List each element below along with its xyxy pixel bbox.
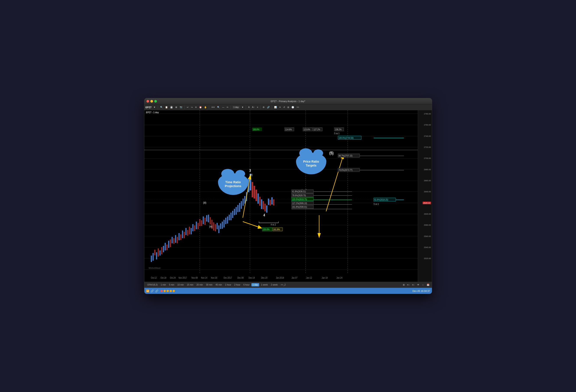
svg-text:Jan-18: Jan-18: [322, 276, 328, 279]
tf-dropdown[interactable]: ▼: [241, 106, 244, 109]
symbol-dropdown[interactable]: ▼: [153, 106, 156, 109]
svg-text:Oct-18: Oct-18: [160, 276, 166, 279]
tf-10min[interactable]: 10 min: [176, 283, 185, 286]
svg-rect-44: [192, 224, 193, 231]
main-window: EPZ7 - Primary Analysis - 1 day* EPZ7 ▼ …: [144, 98, 432, 294]
alarm-btn[interactable]: ⏰: [198, 106, 203, 109]
tf-ofa[interactable]: OFA©(8,3): [146, 283, 159, 286]
svg-rect-58: [216, 223, 218, 229]
tf-45min[interactable]: 45 min: [214, 283, 223, 286]
price-2740: 2740.00: [424, 135, 431, 137]
tf-1day[interactable]: 1 day: [251, 283, 259, 286]
svg-text:(v): (v): [250, 173, 253, 176]
tf-more[interactable]: >>_2: [279, 283, 287, 286]
svg-line-104: [243, 222, 261, 228]
svg-rect-89: [271, 197, 273, 205]
svg-text:(iv): (iv): [209, 225, 212, 228]
more-btn[interactable]: >>: [296, 106, 300, 109]
filter-btn[interactable]: ≡↕: [411, 283, 415, 286]
tf-20min[interactable]: 20 min: [195, 283, 204, 286]
close-button[interactable]: [146, 100, 149, 103]
sort-btn[interactable]: ≡↕: [406, 283, 410, 286]
svg-text:Dec-08: Dec-08: [237, 276, 244, 279]
svg-text:Nov-14: Nov-14: [201, 276, 207, 279]
fit-btn[interactable]: ↔: [421, 283, 425, 286]
line-btn[interactable]: —: [221, 106, 225, 109]
dot-2: [164, 290, 166, 292]
svg-text:127.2%: 127.2%: [313, 128, 320, 131]
tf-15min[interactable]: 15 min: [185, 283, 195, 286]
time-ratio-label: Time RatioProjections: [225, 180, 241, 188]
tf-30min[interactable]: 30 min: [204, 283, 214, 286]
price-axis: 2780.00 2760.00 2740.00 2720.00 2700.00 …: [418, 110, 432, 282]
table-btn[interactable]: ⊞: [287, 106, 290, 109]
save-btn[interactable]: 💾: [169, 106, 173, 109]
cal-btn[interactable]: 📅: [426, 283, 430, 286]
dot-3: [167, 290, 169, 292]
svg-rect-48: [199, 219, 200, 226]
svg-text:5 vs 1: 5 vs 1: [334, 132, 339, 135]
svg-rect-56: [213, 222, 214, 231]
svg-rect-40: [185, 228, 186, 235]
svg-rect-26: [161, 247, 162, 254]
svg-rect-35: [177, 237, 178, 243]
price-2640: 2640.00: [424, 191, 431, 193]
link-btn[interactable]: 🔗: [266, 106, 270, 109]
svg-rect-61: [222, 222, 223, 229]
svg-rect-87: [268, 199, 269, 205]
pen-btn[interactable]: ✏: [226, 106, 229, 109]
bar-chart-btn[interactable]: 📊: [273, 106, 278, 109]
price-2540: 2540.00: [424, 246, 431, 248]
tf-2week[interactable]: 2 week: [270, 283, 279, 286]
svg-rect-24: [158, 248, 159, 257]
tf-1hour[interactable]: 1 hour: [224, 283, 232, 286]
eye-btn[interactable]: 👁: [416, 283, 420, 286]
svg-rect-85: [264, 204, 266, 211]
svg-rect-62: [223, 220, 225, 227]
zoom-btn[interactable]: 🔍: [159, 106, 164, 109]
tf-5min[interactable]: 5 min: [168, 283, 175, 286]
svg-text:100.0%: 100.0%: [253, 128, 259, 131]
minimize-button[interactable]: [150, 100, 153, 103]
wifi-icon: 📶: [146, 289, 149, 293]
zoom-minus-btn[interactable]: 🔍: [216, 106, 221, 109]
redo-btn[interactable]: ↪: [190, 106, 194, 109]
lines-btn[interactable]: ≡: [256, 106, 259, 109]
close-x-btn[interactable]: ✕: [278, 106, 282, 109]
tf-2hour[interactable]: 2 hour: [233, 283, 242, 286]
copy-btn[interactable]: 📋: [164, 106, 169, 109]
svg-text:Dec-20: Dec-20: [261, 276, 267, 279]
clock-btn[interactable]: 🕐: [290, 106, 295, 109]
refresh-btn[interactable]: ↺: [282, 106, 286, 109]
timeframe-selector[interactable]: 1 day: [232, 106, 240, 109]
svg-text:4 vs 2: 4 vs 2: [271, 223, 276, 226]
layout-btn[interactable]: ⊞: [402, 283, 405, 286]
hand-btn[interactable]: ✋: [203, 106, 208, 109]
traffic-lights: [146, 100, 157, 103]
undo-btn[interactable]: ↩: [186, 106, 189, 109]
tf-1min[interactable]: 1 min: [159, 283, 167, 286]
svg-text:Oct-12: Oct-12: [151, 276, 156, 279]
font-up-btn[interactable]: A↑: [251, 106, 256, 109]
screen-btn[interactable]: 🖥: [174, 106, 178, 109]
price-2560: 2560.00: [424, 235, 431, 238]
svg-text:78.6%(2628.70): 78.6%(2628.70): [292, 194, 306, 197]
svg-rect-50: [203, 216, 204, 224]
font-btn[interactable]: A: [247, 106, 251, 109]
tf-6hour[interactable]: 6 hour: [242, 283, 251, 286]
maximize-button[interactable]: [154, 100, 157, 103]
cursor-btn[interactable]: ✛: [194, 106, 198, 109]
tf-1week[interactable]: 1 week: [259, 283, 269, 286]
settings-btn[interactable]: ⚙: [262, 106, 265, 109]
svg-rect-82: [259, 197, 260, 206]
svg-rect-20: [151, 256, 152, 262]
cross-btn[interactable]: ✕✕: [210, 106, 216, 109]
svg-text:4: 4: [263, 213, 265, 217]
camera-btn[interactable]: 📷: [179, 106, 183, 109]
symbol-label[interactable]: EPZ7: [146, 106, 152, 109]
svg-rect-79: [254, 186, 255, 199]
svg-text:3: 3: [249, 168, 251, 172]
svg-text:Nov-20: Nov-20: [211, 276, 217, 279]
svg-rect-34: [175, 235, 176, 243]
svg-rect-39: [184, 232, 185, 238]
